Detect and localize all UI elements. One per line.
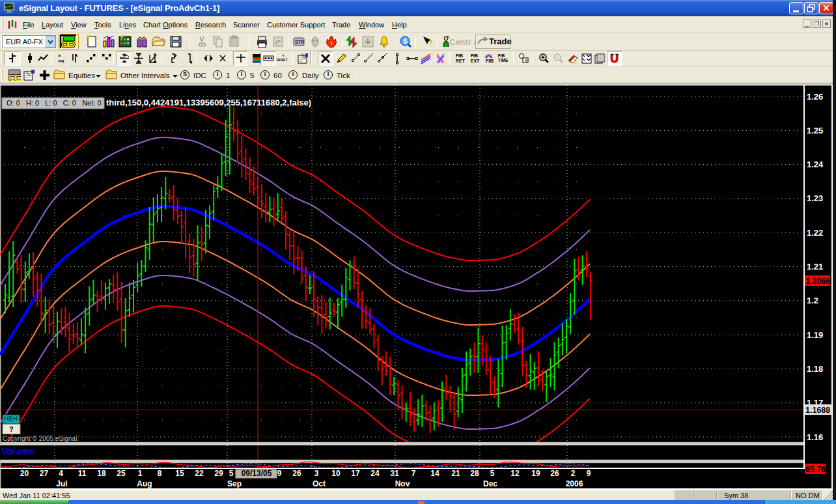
svg-text:Nov: Nov (395, 479, 410, 488)
svg-text:Jul: Jul (56, 479, 67, 488)
svg-text:1.26: 1.26 (807, 92, 823, 102)
svg-text:9: 9 (587, 469, 591, 478)
svg-text:1: 1 (138, 469, 143, 478)
svg-text:7: 7 (411, 469, 416, 478)
svg-text:1.24: 1.24 (807, 160, 824, 169)
svg-text:8: 8 (158, 469, 162, 478)
svg-text:Oct: Oct (313, 479, 326, 488)
svg-text:O: 0 H: 0 L: 0 C: 0 Ne: O: 0 H: 0 L: 0 C: 0 Net: 0 (7, 99, 102, 107)
svg-text:×o: ×o (58, 58, 64, 64)
svg-text:26: 26 (550, 469, 559, 478)
svg-text:1.25: 1.25 (807, 126, 823, 135)
svg-text:2: 2 (571, 469, 576, 478)
svg-text:27: 27 (40, 469, 49, 478)
svg-text:FIB: FIB (486, 58, 494, 64)
svg-text:31: 31 (390, 469, 399, 478)
svg-text:2006: 2006 (566, 479, 583, 488)
svg-text:?: ? (428, 38, 433, 48)
svg-text:11: 11 (78, 469, 87, 478)
svg-text:12: 12 (510, 469, 520, 478)
svg-text:10: 10 (331, 469, 341, 478)
svg-text:STR: STR (295, 40, 304, 44)
svg-text:26: 26 (292, 469, 301, 478)
svg-text:RET: RET (456, 59, 466, 64)
svg-text:EXT: EXT (471, 59, 480, 64)
svg-text:1.1688: 1.1688 (805, 406, 830, 415)
svg-text:18: 18 (97, 469, 106, 478)
svg-text:1.2066: 1.2066 (805, 277, 830, 286)
svg-text:Sep: Sep (227, 479, 242, 488)
svg-text:1.19: 1.19 (807, 330, 823, 340)
svg-text:S: S (403, 37, 408, 45)
svg-text:85.76: 85.76 (805, 465, 826, 474)
svg-text:Aug: Aug (137, 479, 152, 488)
svg-text:5: 5 (229, 469, 234, 478)
svg-text:17: 17 (351, 469, 360, 478)
svg-text:20: 20 (20, 469, 29, 478)
svg-text:25: 25 (117, 469, 126, 478)
svg-text:1.2: 1.2 (807, 296, 818, 305)
svg-text:21: 21 (451, 469, 460, 478)
svg-text:Dec: Dec (483, 479, 497, 488)
svg-text:1.21: 1.21 (807, 262, 823, 272)
svg-text:09/13/05: 09/13/05 (242, 469, 272, 478)
svg-text:29: 29 (214, 469, 223, 478)
svg-text:14: 14 (430, 469, 439, 478)
svg-text:1.16: 1.16 (807, 432, 823, 442)
svg-text:5: 5 (490, 469, 495, 478)
svg-text:Volume: Volume (1, 446, 34, 456)
svg-text:1.18: 1.18 (807, 364, 823, 374)
svg-text:third,150,0,4424191,13395609,2: third,150,0,4424191,13395609,255,1671168… (106, 98, 311, 107)
svg-text:15: 15 (175, 469, 184, 478)
svg-text:28: 28 (470, 469, 479, 478)
svg-text:RESET: RESET (277, 58, 288, 62)
svg-text:19: 19 (531, 469, 540, 478)
svg-text:HBH: HBH (4, 415, 18, 423)
svg-text:Copyright © 2005 eSignal.: Copyright © 2005 eSignal. (3, 435, 79, 442)
svg-text:3: 3 (314, 469, 319, 478)
svg-text:FIB: FIB (498, 53, 505, 58)
svg-text:1.22: 1.22 (807, 228, 823, 238)
svg-text:9: 9 (277, 469, 282, 478)
svg-text:22: 22 (195, 469, 204, 478)
svg-text:24: 24 (370, 469, 380, 478)
svg-text:4: 4 (59, 469, 63, 478)
svg-text:?: ? (9, 425, 14, 433)
svg-text:1.23: 1.23 (807, 193, 823, 203)
svg-text:TIME: TIME (498, 58, 509, 63)
